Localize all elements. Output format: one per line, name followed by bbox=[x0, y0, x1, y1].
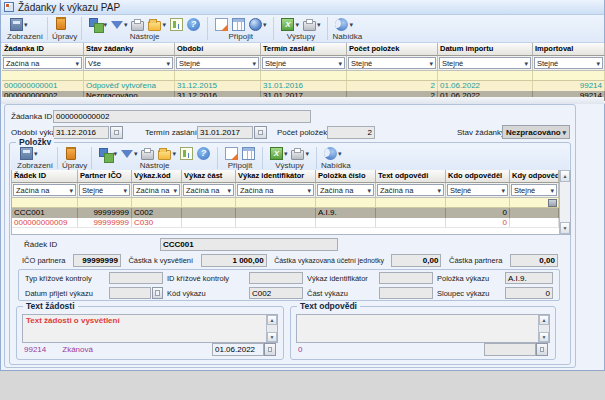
filter-entry-cell[interactable] bbox=[2, 71, 84, 81]
text-zadosti-textarea[interactable]: Text žádosti o vysvětlení ▲ ▼ bbox=[22, 314, 278, 343]
cell-kdo-odpovedel[interactable]: 0 bbox=[446, 218, 510, 228]
filter-entry-cell[interactable] bbox=[446, 198, 510, 208]
stav-zadanky-combo[interactable]: Nezpracováno bbox=[502, 125, 570, 139]
folder-button[interactable] bbox=[157, 146, 177, 161]
filter-combo[interactable]: Stejné bbox=[348, 57, 436, 69]
filter-combo[interactable]: Vše bbox=[85, 57, 173, 69]
cell-pocet[interactable]: 2 bbox=[347, 81, 438, 91]
cell-vykaz-kod[interactable]: C002 bbox=[132, 208, 182, 218]
excel-export-button[interactable] bbox=[280, 17, 300, 32]
cell-text-odpovedi[interactable] bbox=[376, 218, 446, 228]
scroll-down-icon[interactable]: ▼ bbox=[267, 332, 277, 342]
cell-text-odpovedi[interactable] bbox=[376, 208, 446, 218]
filter-entry-cell[interactable] bbox=[261, 71, 347, 81]
chart-button[interactable] bbox=[179, 146, 194, 161]
response-date-field[interactable] bbox=[484, 343, 536, 356]
column-header[interactable]: Výkaz identifikátor bbox=[236, 170, 316, 183]
vertical-scrollbar[interactable]: ▲ ▼ bbox=[559, 170, 570, 234]
filter-entry-cell[interactable] bbox=[84, 71, 175, 81]
cell-obdobi[interactable]: 31.12.2015 bbox=[175, 81, 261, 91]
cell-polozka-cislo[interactable]: A.I.9. bbox=[316, 208, 376, 218]
scroll-down-icon[interactable]: ▼ bbox=[539, 332, 549, 342]
cell-radek-id[interactable]: CCC001 bbox=[12, 208, 78, 218]
filter-combo[interactable]: Stejné bbox=[534, 57, 603, 69]
column-header[interactable]: Období bbox=[175, 43, 261, 56]
column-header[interactable]: Kdo odpověděl bbox=[446, 170, 510, 183]
scroll-down-icon[interactable]: ▼ bbox=[560, 222, 570, 234]
help-button[interactable] bbox=[186, 17, 201, 32]
globe-button[interactable] bbox=[248, 17, 268, 32]
assist-edit-icon[interactable] bbox=[548, 199, 557, 207]
menu-button[interactable] bbox=[334, 17, 354, 32]
page-edit-button[interactable] bbox=[224, 146, 239, 161]
column-header[interactable]: Výkaz část bbox=[182, 170, 236, 183]
request-date-field[interactable]: 01.06.2022 bbox=[212, 343, 264, 356]
cell-partner-ico[interactable]: 99999999 bbox=[78, 208, 132, 218]
sloupec-vykazu-field[interactable]: 0 bbox=[505, 287, 553, 299]
view-button[interactable] bbox=[19, 146, 39, 161]
scroll-up-icon[interactable]: ▲ bbox=[560, 170, 570, 182]
filter-combo[interactable]: Stejné bbox=[511, 184, 557, 196]
cell-vykaz-identifikator[interactable] bbox=[236, 218, 316, 228]
filter-combo[interactable]: Začíná na bbox=[317, 184, 374, 196]
chart-button[interactable] bbox=[169, 17, 184, 32]
palette-button[interactable] bbox=[98, 146, 118, 161]
column-header[interactable]: Importoval bbox=[533, 43, 605, 56]
excel-export-button[interactable] bbox=[269, 146, 289, 161]
column-header[interactable]: Partner IČO bbox=[78, 170, 132, 183]
filter-entry-cell[interactable] bbox=[182, 198, 236, 208]
cell-partner-ico[interactable]: 99999999 bbox=[78, 218, 132, 228]
print-button[interactable] bbox=[290, 146, 310, 161]
obdobi-vykazu-field[interactable]: 31.12.2016 bbox=[53, 126, 109, 139]
vykaz-identifikator-field[interactable] bbox=[379, 272, 433, 284]
delete-button[interactable] bbox=[54, 17, 68, 32]
vertical-scrollbar[interactable]: ▲ ▼ bbox=[266, 315, 277, 342]
table-row[interactable]: 000000000009 99999999 C030 0 bbox=[12, 218, 559, 228]
print-setup-button[interactable] bbox=[140, 146, 155, 161]
date-picker-icon[interactable] bbox=[254, 126, 267, 139]
filter-entry-cell[interactable] bbox=[510, 198, 559, 208]
scroll-up-icon[interactable]: ▲ bbox=[267, 315, 277, 325]
filter-button[interactable] bbox=[120, 146, 139, 161]
id-kontroly-field[interactable] bbox=[249, 272, 303, 284]
filter-combo[interactable]: Stejné bbox=[447, 184, 508, 196]
print-button[interactable] bbox=[302, 17, 322, 32]
filter-combo[interactable]: Začíná na bbox=[3, 57, 82, 69]
castka-jednotka-field[interactable]: 0,00 bbox=[391, 254, 441, 267]
column-header[interactable]: Termín zaslání bbox=[261, 43, 347, 56]
filter-entry-cell[interactable] bbox=[316, 198, 376, 208]
filter-combo[interactable]: Začíná na bbox=[377, 184, 444, 196]
cell-kdy-odpovedel[interactable] bbox=[510, 218, 559, 228]
filter-entry-cell[interactable] bbox=[132, 198, 182, 208]
kod-vykazu-field[interactable]: C002 bbox=[249, 287, 303, 299]
table-button[interactable] bbox=[231, 17, 246, 32]
vertical-scrollbar[interactable]: ▲ ▼ bbox=[538, 315, 549, 342]
polozka-vykazu-field[interactable]: A.I.9. bbox=[505, 272, 553, 284]
date-picker-icon[interactable] bbox=[536, 343, 548, 356]
cell-termin[interactable]: 31.01.2016 bbox=[261, 81, 347, 91]
column-header[interactable]: Datum importu bbox=[438, 43, 533, 56]
column-header[interactable]: Text odpovědi bbox=[376, 170, 446, 183]
text-odpovedi-textarea[interactable]: ▲ ▼ bbox=[296, 314, 550, 343]
filter-combo[interactable]: Stejné bbox=[262, 57, 345, 69]
radek-id-field[interactable]: CCC001 bbox=[160, 238, 338, 251]
cell-vykaz-cast[interactable] bbox=[182, 218, 236, 228]
filter-combo[interactable]: Začíná na bbox=[237, 184, 314, 196]
column-header[interactable]: Kdy odpověděl bbox=[510, 170, 559, 183]
column-header[interactable]: Počet položek bbox=[347, 43, 438, 56]
date-picker-icon[interactable] bbox=[152, 287, 163, 299]
cell-polozka-cislo[interactable] bbox=[316, 218, 376, 228]
filter-combo[interactable]: Začíná na bbox=[13, 184, 76, 196]
print-setup-button[interactable] bbox=[130, 17, 145, 32]
column-header[interactable]: Žádanka ID bbox=[2, 43, 84, 56]
folder-button[interactable] bbox=[147, 17, 167, 32]
table-row[interactable]: 000000000001 Odpověď vytvořena 31.12.201… bbox=[2, 81, 605, 91]
zadanka-id-field[interactable]: 000000000002 bbox=[53, 110, 311, 123]
filter-combo[interactable]: Stejné bbox=[439, 57, 531, 69]
filter-entry-cell[interactable] bbox=[376, 198, 446, 208]
termin-zaslani-field[interactable]: 31.01.2017 bbox=[197, 126, 253, 139]
table-button[interactable] bbox=[241, 146, 256, 161]
cell-vykaz-kod[interactable]: C030 bbox=[132, 218, 182, 228]
filter-entry-cell[interactable] bbox=[533, 71, 605, 81]
filter-entry-cell[interactable] bbox=[78, 198, 132, 208]
